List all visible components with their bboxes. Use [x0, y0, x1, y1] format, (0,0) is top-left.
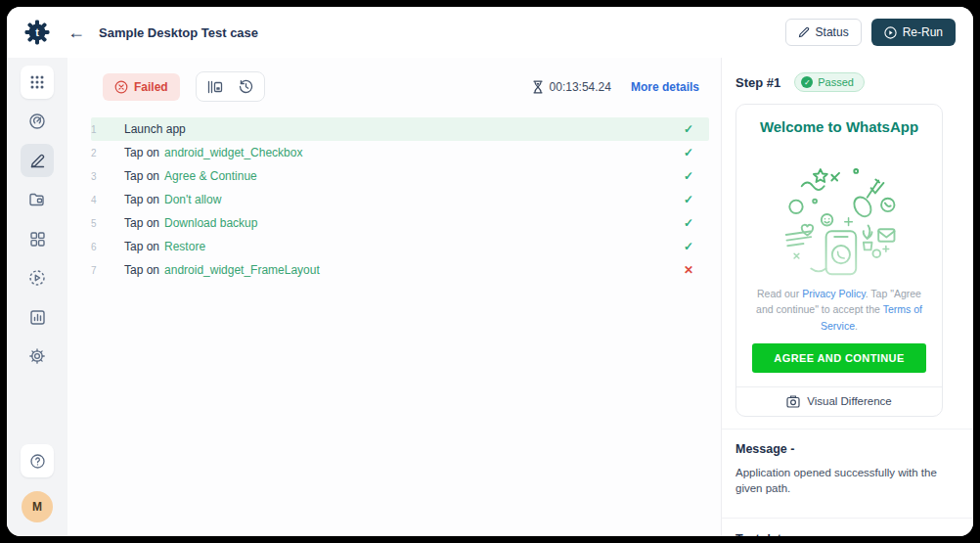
passed-status-badge: ✓ Passed — [794, 72, 865, 92]
step-action: Tap on — [124, 216, 159, 230]
reports-icon[interactable] — [21, 300, 54, 334]
duration-value: 00:13:54.24 — [550, 80, 611, 94]
screenshot-card: Welcome to WhatsApp — [735, 104, 943, 417]
step-action: Launch app — [124, 122, 186, 136]
step-passed-icon: ✓ — [684, 146, 693, 159]
message-body: Application opened successfully with the… — [735, 465, 959, 496]
app-logo[interactable]: t — [7, 19, 67, 46]
app-window: t ← Sample Desktop Test case Status Re-R… — [7, 7, 973, 536]
step-number: 6 — [91, 242, 112, 252]
step-detail-panel: Step #1 ✓ Passed Welcome to WhatsApp — [721, 58, 973, 536]
panel-divider — [722, 429, 973, 430]
step-passed-icon: ✓ — [684, 240, 693, 253]
step-number: 1 — [91, 124, 112, 135]
status-button[interactable]: Status — [785, 19, 862, 46]
visual-difference-button[interactable]: Visual Difference — [736, 386, 942, 416]
terms-text-suffix: . — [855, 320, 858, 332]
step-number: 2 — [91, 148, 112, 158]
visual-difference-label: Visual Difference — [807, 395, 892, 407]
user-avatar[interactable]: M — [22, 491, 53, 522]
step-action: Tap on — [124, 263, 159, 277]
rerun-button-label: Re-Run — [903, 25, 943, 39]
failed-status-badge[interactable]: Failed — [103, 73, 180, 101]
help-icon[interactable] — [21, 444, 54, 477]
status-button-label: Status — [816, 25, 849, 39]
dashboard-icon[interactable] — [21, 105, 54, 138]
whatsapp-terms-text: Read our Privacy Policy. Tap "Agree and … — [736, 286, 942, 334]
privacy-policy-link[interactable]: Privacy Policy — [802, 288, 866, 299]
step-row-7[interactable]: 7 Tap on android_widget_FrameLayout ✕ — [91, 258, 709, 282]
result-toolbar: Failed — [103, 71, 709, 102]
step-passed-icon: ✓ — [684, 216, 693, 230]
rerun-button[interactable]: Re-Run — [871, 19, 956, 46]
apps-grid-icon[interactable] — [21, 66, 54, 99]
step-row-4[interactable]: 4 Tap on Don't allow ✓ — [91, 188, 709, 211]
whatsapp-welcome-title: Welcome to WhatsApp — [736, 118, 942, 135]
test-data-title: Test data — [735, 532, 959, 536]
settings-gear-icon[interactable] — [21, 339, 54, 373]
step-number: 4 — [91, 195, 112, 205]
step-target[interactable]: Download backup — [164, 216, 257, 230]
back-arrow-icon[interactable]: ← — [67, 23, 85, 41]
history-icon[interactable] — [239, 79, 253, 94]
steps-list: 1 Launch app ✓ 2 Tap on android_widget_C… — [91, 117, 709, 282]
elements-icon[interactable] — [21, 222, 54, 255]
top-bar: t ← Sample Desktop Test case Status Re-R… — [7, 7, 973, 58]
step-number: 7 — [91, 265, 112, 276]
duration-timer: 00:13:54.24 — [532, 80, 611, 94]
whatsapp-doodle-image — [736, 149, 942, 280]
agree-continue-button[interactable]: AGREE AND CONTINUE — [752, 343, 926, 373]
main-panel: Failed — [67, 58, 721, 536]
step-action: Tap on — [124, 193, 159, 206]
step-action: Tap on — [124, 169, 159, 183]
hourglass-icon — [532, 80, 544, 94]
projects-folder-icon[interactable] — [21, 183, 54, 216]
step-passed-icon: ✓ — [684, 169, 693, 183]
view-toggle-group — [196, 71, 265, 102]
message-title: Message - — [735, 442, 959, 456]
page-title: Sample Desktop Test case — [99, 25, 258, 40]
step-row-3[interactable]: 3 Tap on Agree & Continue ✓ — [91, 164, 709, 188]
gear-logo-icon: t — [23, 19, 51, 46]
step-row-1[interactable]: 1 Launch app ✓ — [91, 117, 709, 141]
step-number: 5 — [91, 218, 112, 229]
step-action: Tap on — [124, 146, 159, 159]
step-target[interactable]: Agree & Continue — [164, 169, 257, 183]
step-target[interactable]: android_widget_Checkbox — [164, 146, 302, 159]
circle-x-icon — [114, 80, 128, 94]
step-action: Tap on — [124, 240, 159, 253]
step-failed-icon: ✕ — [684, 263, 693, 277]
detail-step-label: Step #1 — [735, 75, 780, 90]
play-circle-icon — [884, 26, 897, 39]
panel-divider — [722, 518, 973, 519]
step-target[interactable]: android_widget_FrameLayout — [164, 263, 320, 277]
pencil-icon — [798, 26, 810, 38]
step-passed-icon: ✓ — [684, 193, 693, 206]
step-row-2[interactable]: 2 Tap on android_widget_Checkbox ✓ — [91, 141, 709, 164]
svg-text:t: t — [35, 26, 39, 38]
test-editor-icon[interactable] — [21, 144, 54, 177]
more-details-link[interactable]: More details — [631, 80, 699, 94]
step-row-6[interactable]: 6 Tap on Restore ✓ — [91, 235, 709, 258]
check-circle-icon: ✓ — [801, 76, 813, 88]
camera-icon — [786, 395, 800, 408]
step-row-5[interactable]: 5 Tap on Download backup ✓ — [91, 211, 709, 235]
step-number: 3 — [91, 171, 112, 182]
passed-badge-label: Passed — [818, 76, 854, 88]
step-passed-icon: ✓ — [684, 122, 693, 136]
terms-text-prefix: Read our — [757, 288, 802, 299]
step-target[interactable]: Restore — [164, 240, 205, 253]
run-results-icon[interactable] — [21, 261, 54, 294]
column-view-icon[interactable] — [207, 80, 223, 94]
failed-badge-label: Failed — [134, 80, 168, 94]
sidebar: M — [7, 58, 67, 536]
step-target[interactable]: Don't allow — [164, 193, 221, 206]
